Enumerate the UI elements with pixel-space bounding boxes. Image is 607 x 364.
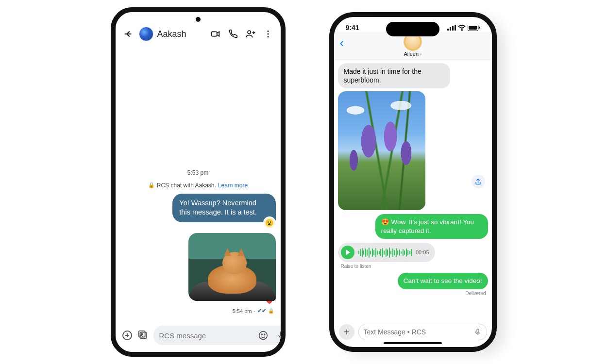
waveform-icon [358,247,412,258]
shocked-reaction-icon[interactable]: 😮 [264,217,275,228]
svg-rect-21 [477,329,479,332]
voice-message[interactable]: 00:05 [338,243,435,262]
delivered-status: Delivered [465,291,486,296]
mic-icon[interactable] [275,329,286,342]
rcs-banner-text: RCS chat with Aakash. [157,182,216,189]
sent-image-attachment[interactable] [188,233,276,301]
svg-point-17 [461,30,462,31]
video-call-icon[interactable] [209,27,222,41]
sent-image-group: ❤️ 5:54 pm · ✔✔ 🔒 [188,233,276,317]
back-chevron-icon[interactable]: ‹ [340,35,344,50]
share-icon[interactable] [472,175,485,188]
svg-rect-15 [452,26,454,31]
sent-text-bubble[interactable]: Yo! Wassup? Nevermind this message. It i… [172,194,275,222]
svg-point-2 [267,31,269,32]
svg-point-1 [248,31,251,33]
wifi-icon [458,25,466,31]
contact-name: Aakash [157,29,186,39]
phone-call-icon[interactable] [226,27,240,41]
lock-icon: 🔒 [148,182,155,188]
message-input[interactable] [364,328,470,336]
android-phone-frame: Aakash 5:53 pm 🔒 RCS chat with Aakash. L… [111,7,286,357]
read-receipt-icon: ✔✔ [257,308,266,314]
android-composer [116,321,281,352]
raise-to-listen-hint: Raise to listen [341,264,371,269]
contact-avatar[interactable] [139,27,153,41]
mic-icon[interactable] [474,327,482,337]
sent-message-group: Yo! Wassup? Nevermind this message. It i… [144,194,276,233]
sent-text-bubble[interactable]: 😍 Wow. It's just so vibrant! You really … [375,214,488,239]
home-indicator [384,342,442,344]
learn-more-link[interactable]: Learn more [218,182,248,189]
add-attachment-icon[interactable] [121,329,133,342]
android-chat-area: 5:53 pm 🔒 RCS chat with Aakash. Learn mo… [116,44,281,321]
time-divider: 5:53 pm [120,169,276,176]
composer-pill [153,326,286,345]
svg-point-8 [141,333,142,335]
svg-rect-20 [479,27,480,29]
back-arrow-icon[interactable] [121,27,135,41]
svg-point-3 [267,33,269,35]
composer-pill [358,324,487,340]
front-camera-dot [196,17,201,22]
svg-point-9 [259,331,267,340]
svg-rect-0 [211,32,217,36]
svg-rect-14 [450,27,451,31]
ios-chat-area: Made it just in time for the superbloom.… [334,60,492,321]
message-time: 5:54 pm [233,308,252,314]
overflow-menu-icon[interactable] [261,27,275,41]
encryption-lock-icon: 🔒 [268,308,274,314]
dynamic-island [386,22,439,36]
message-input[interactable] [159,331,252,340]
signal-icon [447,25,456,31]
voice-duration: 00:05 [416,249,429,255]
svg-rect-12 [280,332,283,336]
svg-point-4 [267,36,269,37]
message-meta: 5:54 pm · ✔✔ 🔒 [233,308,274,314]
add-attachment-icon[interactable]: + [339,324,354,340]
chevron-right-icon: › [420,51,422,57]
received-image-attachment[interactable] [338,91,425,210]
sent-text-bubble[interactable]: Can't wait to see the video! [398,273,488,289]
status-time: 9:41 [346,24,359,32]
contact-name-button[interactable]: Aileen › [404,51,422,57]
svg-rect-13 [447,29,449,31]
rcs-banner: 🔒 RCS chat with Aakash. Learn more [120,182,276,189]
play-button-icon[interactable] [341,246,354,259]
battery-icon [468,25,480,31]
svg-point-10 [261,334,262,335]
iphone-frame: 9:41 ‹ Aileen › Made it just in time for… [329,12,497,352]
contact-name: Aileen [404,51,419,57]
gallery-icon[interactable] [138,329,149,342]
svg-point-11 [264,334,265,335]
received-text-bubble[interactable]: Made it just in time for the superbloom. [338,63,451,88]
svg-rect-16 [455,25,456,31]
add-person-icon[interactable] [244,27,257,41]
emoji-picker-icon[interactable] [256,329,270,342]
svg-rect-19 [469,26,477,30]
